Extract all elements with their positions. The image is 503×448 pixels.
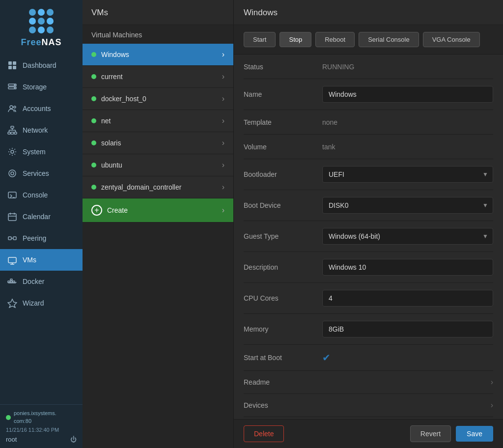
svg-marker-38 [8,299,17,308]
sidebar-item-label: Peering [23,234,46,242]
guest-type-select[interactable]: Windows (64-bit) Windows (32-bit) Linux … [322,228,493,245]
sidebar-item-system[interactable]: System [0,141,83,163]
template-field-label: Template [244,118,322,126]
stop-button[interactable]: Stop [279,32,311,47]
vm-status-dot [91,52,96,57]
network-icon [7,125,18,136]
revert-button[interactable]: Revert [410,425,451,442]
devices-nav-row[interactable]: Devices › [244,394,493,417]
sidebar-item-vms[interactable]: VMs [0,249,83,271]
delete-button[interactable]: Delete [244,425,284,442]
sidebar-item-services[interactable]: Services [0,163,83,184]
accounts-icon [7,103,18,114]
datetime-display: 11/21/16 11:32:40 PM [6,427,77,433]
console-icon [7,190,18,200]
vm-item-docker-host[interactable]: docker_host_0 › [83,88,233,110]
name-field-label: Name [244,90,322,98]
vm-item-ubuntu[interactable]: ubuntu › [83,154,233,176]
vm-status-dot [91,163,96,168]
vm-status-dot [91,185,96,190]
sidebar-item-storage[interactable]: Storage [0,76,83,98]
vm-name: ubuntu [101,161,222,169]
svg-rect-12 [11,132,14,134]
memory-field-row: Memory [244,314,493,345]
start-at-boot-field-row: Start at Boot ✔ [244,345,493,371]
name-field-row: Name [244,79,493,110]
bootloader-select[interactable]: UEFI BIOS GRUB [322,166,493,183]
sidebar-item-docker[interactable]: Docker [0,271,83,292]
svg-rect-29 [13,237,16,240]
guest-type-field-row: Guest Type Windows (64-bit) Windows (32-… [244,221,493,252]
logo-area: FreeNAS [0,0,83,55]
vm-panel-header: VMs [83,0,233,25]
start-at-boot-checkbox[interactable]: ✔ [322,352,331,364]
vm-chevron-icon: › [222,116,224,125]
vm-item-windows[interactable]: Windows › [83,44,233,66]
power-icon[interactable]: ⏻ [70,436,77,443]
connection-status: ponies.ixsystems.com:80 [6,410,77,425]
description-field-row: Description [244,252,493,283]
start-at-boot-field-label: Start at Boot [244,354,322,362]
sidebar-item-network[interactable]: Network [0,119,83,141]
vm-name: zentyal_domain_controller [101,183,222,191]
guest-type-select-wrap: Windows (64-bit) Windows (32-bit) Linux … [322,228,493,245]
svg-rect-28 [8,237,11,240]
sidebar-item-label: Storage [23,83,47,91]
serial-console-button[interactable]: Serial Console [359,32,419,47]
sidebar-item-calendar[interactable]: Calendar [0,206,83,227]
vm-item-zentyal[interactable]: zentyal_domain_controller › [83,176,233,198]
volume-field-row: Volume tank [244,135,493,159]
docker-icon [7,276,18,287]
sidebar-item-wizard[interactable]: Wizard [0,292,83,314]
storage-icon [7,82,18,92]
vga-console-button[interactable]: VGA Console [423,32,480,47]
vm-item-current[interactable]: current › [83,66,233,88]
create-vm-item[interactable]: + Create › [83,198,233,223]
sidebar-item-peering[interactable]: Peering [0,227,83,249]
sidebar-item-label: VMs [23,256,36,264]
vm-chevron-icon: › [222,139,224,147]
cpu-cores-field-row: CPU Cores [244,283,493,314]
reboot-button[interactable]: Reboot [315,32,355,47]
status-field-label: Status [244,63,322,71]
vm-name: solaris [101,139,222,147]
save-button[interactable]: Save [456,426,493,442]
vm-item-net[interactable]: net › [83,110,233,132]
description-field-input[interactable] [322,259,493,276]
system-icon [7,146,18,157]
sidebar-item-label: Docker [23,278,44,285]
vm-status-dot [91,96,96,101]
bootloader-field-row: Bootloader UEFI BIOS GRUB ▼ [244,159,493,190]
sidebar-item-accounts[interactable]: Accounts [0,98,83,119]
svg-point-6 [14,84,15,85]
svg-point-9 [14,106,16,108]
wizard-icon [7,298,18,308]
vm-chevron-icon: › [222,183,224,192]
readme-nav-row[interactable]: Readme › [244,371,493,394]
peering-icon [7,233,18,244]
start-button[interactable]: Start [244,32,276,47]
username-label: root [6,436,17,443]
vm-item-solaris[interactable]: solaris › [83,132,233,154]
vm-chevron-icon: › [222,161,224,169]
name-field-input[interactable] [322,86,493,103]
bootloader-field-label: Bootloader [244,170,322,178]
sidebar-item-dashboard[interactable]: Dashboard [0,55,83,76]
svg-rect-1 [13,61,16,65]
svg-point-7 [14,87,15,88]
memory-field-input[interactable] [322,321,493,337]
vm-panel-subheader: Virtual Machines [83,25,233,44]
sidebar-item-console[interactable]: Console [0,184,83,206]
dashboard-icon [7,60,18,71]
vm-status-dot [91,118,96,123]
svg-rect-31 [8,257,16,263]
sidebar-item-label: Dashboard [23,61,56,69]
volume-field-value: tank [322,143,493,151]
vm-chevron-icon: › [222,94,224,103]
sidebar-item-label: Services [23,169,49,177]
detail-footer: Delete Revert Save [234,419,503,448]
cpu-cores-field-input[interactable] [322,290,493,307]
status-indicator [6,415,11,420]
boot-device-select[interactable]: DISK0 DISK1 CDROM [322,197,493,214]
status-field-value: RUNNING [322,63,493,71]
